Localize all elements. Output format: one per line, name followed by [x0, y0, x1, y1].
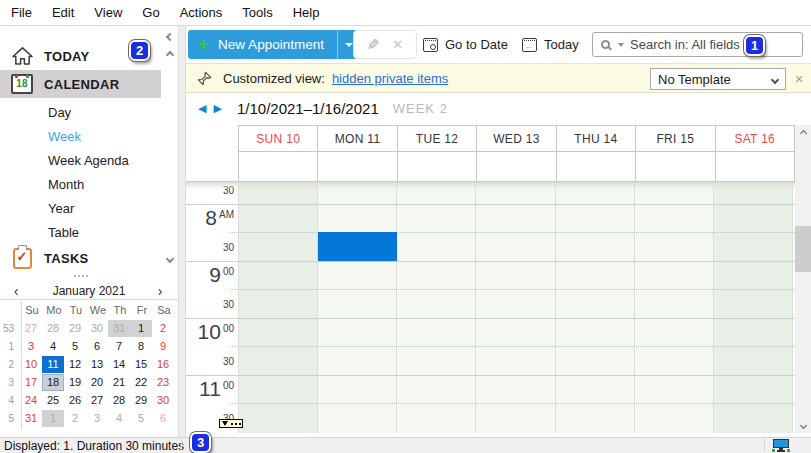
mini-prev-month-button[interactable]: ‹ — [4, 282, 28, 300]
mini-day-9[interactable]: 9 — [152, 338, 174, 355]
sidebar-splitter[interactable] — [0, 272, 162, 279]
mini-day-28[interactable]: 28 — [108, 392, 130, 409]
mini-day-16[interactable]: 16 — [152, 356, 174, 373]
mini-day-22[interactable]: 22 — [130, 374, 152, 391]
mini-day-20[interactable]: 20 — [86, 374, 108, 391]
close-notice-icon[interactable]: × — [791, 71, 807, 87]
mini-day-28[interactable]: 28 — [42, 320, 64, 337]
pushpin-icon[interactable] — [197, 71, 212, 86]
menu-edit[interactable]: Edit — [42, 0, 84, 25]
search-options-chevron-icon[interactable] — [618, 43, 624, 47]
day-header-wed-13[interactable]: WED 13 — [476, 125, 555, 152]
mini-day-12[interactable]: 12 — [64, 356, 86, 373]
new-appointment-button[interactable]: + New Appointment — [188, 30, 361, 59]
scroll-up-button[interactable] — [795, 125, 811, 141]
search-input[interactable] — [630, 37, 806, 52]
day-header-mon-11[interactable]: MON 11 — [317, 125, 396, 152]
sidebar-item-calendar[interactable]: 18 CALENDAR — [0, 70, 161, 98]
mini-day-27[interactable]: 27 — [86, 392, 108, 409]
sidebar-scroll-down-button[interactable] — [163, 252, 177, 266]
previous-week-button[interactable]: ◀ — [198, 102, 206, 115]
day-header-tue-12[interactable]: TUE 12 — [397, 125, 476, 152]
mini-day-1[interactable]: 1 — [42, 410, 64, 427]
mini-day-26[interactable]: 26 — [64, 392, 86, 409]
all-day-cell-mon-11[interactable] — [317, 152, 396, 181]
mini-day-23[interactable]: 23 — [152, 374, 174, 391]
delete-appointment-icon[interactable]: ✕ — [392, 37, 403, 52]
mini-day-1[interactable]: 1 — [130, 320, 152, 337]
day-header-sat-16[interactable]: SAT 16 — [715, 125, 795, 152]
mini-day-4[interactable]: 4 — [108, 410, 130, 427]
day-header-fri-15[interactable]: FRI 15 — [635, 125, 714, 152]
all-day-cell-sat-16[interactable] — [715, 152, 795, 181]
edit-appointment-icon[interactable]: ✎ — [367, 37, 380, 52]
mini-day-4[interactable]: 4 — [42, 338, 64, 355]
sidebar-view-month[interactable]: Month — [0, 173, 161, 197]
panel-divider[interactable] — [178, 26, 186, 437]
mini-day-29[interactable]: 29 — [64, 320, 86, 337]
appointment-block[interactable] — [318, 232, 396, 261]
mini-day-31[interactable]: 31 — [20, 410, 42, 427]
scrollbar-thumb[interactable] — [795, 226, 811, 272]
grid-scrollbar[interactable] — [795, 125, 811, 433]
day-header-thu-14[interactable]: THU 14 — [556, 125, 635, 152]
annotation-badge-1[interactable]: 1 — [744, 35, 765, 56]
mini-day-21[interactable]: 21 — [108, 374, 130, 391]
all-day-cell-thu-14[interactable] — [556, 152, 635, 181]
mini-day-27[interactable]: 27 — [20, 320, 42, 337]
mini-day-18[interactable]: 18 — [42, 374, 64, 391]
mini-day-2[interactable]: 2 — [152, 320, 174, 337]
mini-day-8[interactable]: 8 — [130, 338, 152, 355]
mini-day-31[interactable]: 31 — [108, 320, 130, 337]
mini-dow-su: Su — [21, 304, 43, 316]
mini-day-19[interactable]: 19 — [64, 374, 86, 391]
day-header-sun-10[interactable]: SUN 10 — [238, 125, 317, 152]
annotation-badge-2[interactable]: 2 — [129, 40, 150, 61]
mini-day-5[interactable]: 5 — [130, 410, 152, 427]
mini-day-11[interactable]: 11 — [42, 356, 64, 373]
annotation-badge-3[interactable]: 3 — [190, 432, 211, 453]
mini-day-15[interactable]: 15 — [130, 356, 152, 373]
mini-day-7[interactable]: 7 — [108, 338, 130, 355]
mini-day-30[interactable]: 30 — [86, 320, 108, 337]
all-day-cell-sun-10[interactable] — [238, 152, 317, 181]
sidebar-item-tasks[interactable]: ✓ TASKS — [0, 244, 161, 272]
menu-tools[interactable]: Tools — [232, 0, 282, 25]
mini-day-14[interactable]: 14 — [108, 356, 130, 373]
mini-day-2[interactable]: 2 — [64, 410, 86, 427]
mini-day-6[interactable]: 6 — [86, 338, 108, 355]
sidebar-view-table[interactable]: Table — [0, 221, 161, 245]
mini-day-10[interactable]: 10 — [20, 356, 42, 373]
all-day-cell-wed-13[interactable] — [476, 152, 555, 181]
mini-day-30[interactable]: 30 — [152, 392, 174, 409]
template-dropdown[interactable]: No Template — [650, 68, 786, 90]
menu-view[interactable]: View — [84, 0, 132, 25]
sidebar-view-year[interactable]: Year — [0, 197, 161, 221]
sidebar-view-week-agenda[interactable]: Week Agenda — [0, 149, 161, 173]
sidebar-view-week[interactable]: Week — [0, 125, 161, 149]
mini-day-5[interactable]: 5 — [64, 338, 86, 355]
mini-day-6[interactable]: 6 — [152, 410, 174, 427]
menu-file[interactable]: File — [1, 0, 42, 25]
sidebar-scroll-up-button[interactable] — [163, 48, 177, 62]
mini-day-3[interactable]: 3 — [20, 338, 42, 355]
menu-go[interactable]: Go — [132, 0, 169, 25]
mini-day-25[interactable]: 25 — [42, 392, 64, 409]
menu-help[interactable]: Help — [283, 0, 330, 25]
mini-day-24[interactable]: 24 — [20, 392, 42, 409]
mini-day-17[interactable]: 17 — [20, 374, 42, 391]
go-to-date-button[interactable]: Go to Date — [423, 30, 508, 59]
sidebar-view-day[interactable]: Day — [0, 101, 161, 125]
mini-day-3[interactable]: 3 — [86, 410, 108, 427]
mini-next-month-button[interactable]: › — [148, 282, 172, 300]
mini-day-29[interactable]: 29 — [130, 392, 152, 409]
menu-actions[interactable]: Actions — [170, 0, 233, 25]
collapse-sidebar-button[interactable] — [163, 30, 177, 44]
next-week-button[interactable]: ▶ — [213, 102, 221, 115]
all-day-cell-fri-15[interactable] — [635, 152, 714, 181]
hidden-private-items-link[interactable]: hidden private items — [332, 71, 448, 86]
today-button[interactable]: ← Today — [522, 30, 579, 59]
scroll-down-button[interactable] — [795, 417, 811, 433]
all-day-cell-tue-12[interactable] — [397, 152, 476, 181]
mini-day-13[interactable]: 13 — [86, 356, 108, 373]
